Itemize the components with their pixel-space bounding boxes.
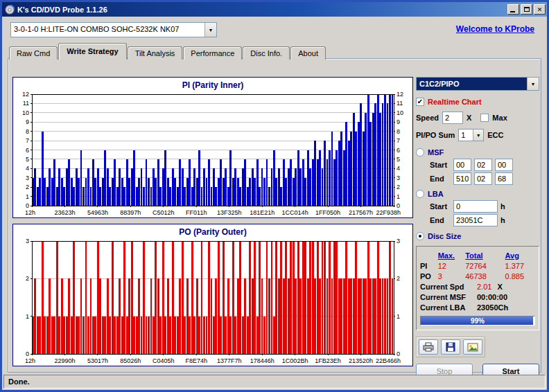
msf-end-min-input[interactable]	[453, 172, 471, 185]
current-lba-row: Current LBA 23050Ch	[420, 302, 535, 312]
svg-text:178446h: 178446h	[250, 357, 274, 364]
progress-bar: 99%	[420, 316, 535, 326]
svg-text:1FF050h: 1FF050h	[315, 209, 340, 216]
welcome-link[interactable]: Welcome to KProbe	[456, 24, 534, 34]
svg-text:5: 5	[397, 156, 400, 163]
svg-text:1FB23Eh: 1FB23Eh	[315, 357, 341, 364]
lba-start-row: Start h	[430, 200, 539, 213]
lba-start-input[interactable]	[453, 200, 498, 213]
speed-input[interactable]	[442, 112, 463, 124]
msf-end-frame-input[interactable]	[495, 172, 513, 185]
minimize-button[interactable]	[507, 4, 519, 15]
pi-chart-canvas: PI (Parity Inner)00112233445566778899101…	[13, 78, 412, 217]
tab-bar: Raw CmdWrite StrategyTilt AnalysisPerfor…	[9, 43, 326, 58]
tab-disc-info[interactable]: Disc Info.	[243, 46, 290, 60]
svg-text:2: 2	[26, 184, 29, 190]
max-speed-label: Max	[492, 114, 507, 122]
current-lba-label: Current LBA	[420, 303, 477, 312]
mode-selector-value: C1C2/PIPO	[417, 78, 527, 90]
svg-text:C0405h: C0405h	[152, 357, 175, 364]
svg-text:13F325h: 13F325h	[217, 209, 242, 216]
close-icon: ✕	[537, 6, 543, 13]
lba-end-row: End h	[430, 214, 539, 226]
export-image-button[interactable]	[463, 339, 482, 355]
msf-start-label: Start	[430, 161, 451, 169]
pi-row-label: PI	[420, 262, 438, 270]
svg-text:88397h: 88397h	[120, 209, 141, 216]
svg-text:181E21h: 181E21h	[250, 209, 274, 216]
stats-header-max: Max.	[438, 251, 466, 260]
stats-po-row: PO 3 46738 0.885	[420, 271, 535, 281]
current-msf-value: 00:00:00	[477, 293, 507, 301]
disc-size-radio-row: Disc Size	[416, 232, 539, 240]
tab-performance[interactable]: Performance	[183, 46, 242, 60]
tab-write-strategy[interactable]: Write Strategy	[58, 43, 126, 60]
svg-text:PO (Parity Outer): PO (Parity Outer)	[179, 227, 246, 237]
lba-end-unit: h	[500, 216, 505, 224]
stats-header-total: Total	[465, 251, 505, 260]
save-button[interactable]	[441, 339, 460, 355]
minimize-icon	[510, 11, 515, 12]
lba-start-label: Start	[430, 202, 451, 211]
msf-end-row: End	[430, 172, 539, 185]
maximize-icon	[524, 7, 530, 12]
dropdown-arrow-icon[interactable]: ▼	[473, 130, 483, 141]
progress-label: 99%	[421, 317, 534, 325]
svg-text:10: 10	[22, 109, 29, 116]
current-spd-value: 2.01	[477, 283, 491, 291]
svg-text:8: 8	[397, 128, 400, 135]
dropdown-arrow-icon[interactable]: ▼	[204, 23, 216, 37]
print-button[interactable]	[419, 339, 438, 355]
svg-text:4: 4	[26, 165, 29, 172]
realtime-chart-label: Realtime Chart	[428, 98, 482, 106]
msf-start-min-input[interactable]	[453, 159, 471, 171]
drive-selector[interactable]: 3-0-1-0 H:LITE-ON COMBO SOHC-5232K NK07 …	[10, 22, 217, 37]
maximize-button[interactable]	[521, 4, 532, 15]
svg-text:213520h: 213520h	[349, 357, 373, 364]
svg-text:0: 0	[26, 350, 29, 357]
svg-text:2: 2	[397, 184, 400, 190]
pi-avg-value: 1.377	[505, 262, 535, 270]
svg-text:22B466h: 22B466h	[376, 357, 401, 364]
image-icon	[467, 343, 478, 352]
current-msf-row: Current MSF 00:00:00	[420, 292, 535, 302]
app-window: K's CD/DVD Probe 1.1.26 ✕ 3-0-1-0 H:LITE…	[0, 0, 549, 392]
svg-text:9: 9	[397, 118, 400, 125]
msf-radio-row: MSF	[416, 148, 539, 157]
save-icon	[446, 342, 455, 352]
mode-selector[interactable]: C1C2/PIPO ▼	[416, 77, 539, 91]
lba-end-input[interactable]	[453, 214, 498, 226]
svg-text:6: 6	[26, 147, 29, 154]
disc-size-radio[interactable]	[416, 232, 424, 240]
tab-about[interactable]: About	[290, 46, 326, 60]
po-chart-canvas: PO (Parity Outer)0011223312h22990h53017h…	[13, 224, 412, 366]
msf-end-sec-input[interactable]	[474, 172, 492, 185]
current-spd-unit: X	[497, 283, 502, 291]
dropdown-arrow-icon[interactable]: ▼	[527, 78, 539, 90]
drive-selector-value: 3-0-1-0 H:LITE-ON COMBO SOHC-5232K NK07	[11, 23, 204, 37]
msf-end-label: End	[430, 175, 451, 183]
pipo-sum-value: 1	[459, 130, 473, 141]
svg-text:54963h: 54963h	[87, 209, 108, 216]
msf-start-sec-input[interactable]	[474, 159, 492, 171]
tab-tilt-analysis[interactable]: Tilt Analysis	[128, 46, 183, 60]
speed-row: Speed X Max	[416, 112, 539, 124]
pipo-sum-select[interactable]: 1 ▼	[458, 129, 484, 141]
lba-radio-row: LBA	[416, 190, 539, 198]
toolbar: 3-0-1-0 H:LITE-ON COMBO SOHC-5232K NK07 …	[2, 17, 547, 43]
svg-text:PI (Parity Inner): PI (Parity Inner)	[182, 80, 244, 90]
msf-start-frame-input[interactable]	[495, 159, 513, 171]
tab-raw-cmd[interactable]: Raw Cmd	[9, 46, 58, 60]
ecc-label: ECC	[487, 131, 503, 139]
svg-text:2: 2	[26, 275, 29, 282]
msf-radio[interactable]	[416, 148, 424, 157]
lba-radio[interactable]	[416, 190, 424, 198]
svg-text:C5012h: C5012h	[152, 209, 175, 216]
max-speed-checkbox[interactable]	[480, 114, 489, 122]
pipo-sum-label: PI/PO Sum	[416, 131, 455, 139]
svg-text:0: 0	[26, 202, 29, 209]
svg-text:0: 0	[397, 350, 400, 357]
realtime-chart-checkbox[interactable]: ✔	[416, 98, 424, 106]
close-button[interactable]: ✕	[534, 4, 546, 15]
current-lba-value: 23050Ch	[477, 303, 508, 312]
